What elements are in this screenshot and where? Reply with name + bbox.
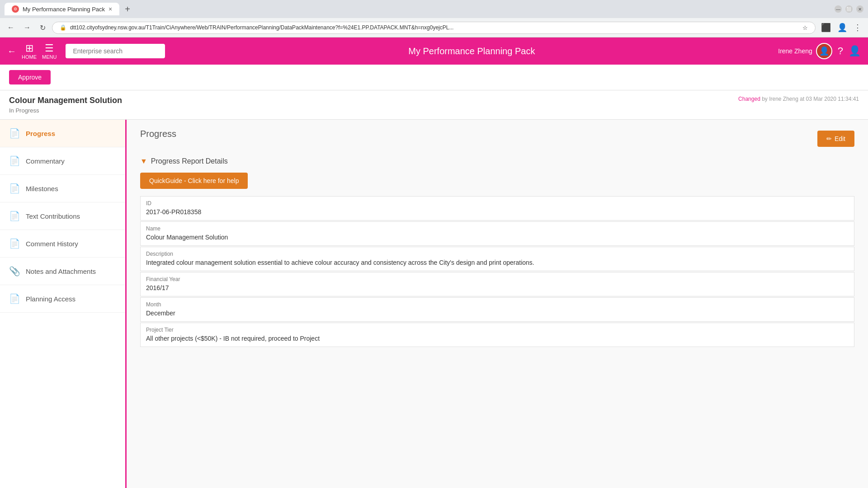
progress-icon: 📄 xyxy=(9,128,20,139)
edit-label: Edit xyxy=(835,135,845,142)
field-description: Description Integrated colour management… xyxy=(140,247,854,271)
sidebar-item-planning-access-label: Planning Access xyxy=(26,295,75,303)
forward-button[interactable]: → xyxy=(21,22,33,33)
sidebar-item-notes-attachments-label: Notes and Attachments xyxy=(26,267,96,275)
record-changed: Changed by Irene Zheng at 03 Mar 2020 11… xyxy=(738,96,859,102)
field-id: ID 2017-06-PR018358 xyxy=(140,196,854,221)
record-status: In Progress xyxy=(9,107,122,114)
sidebar-item-comment-history[interactable]: 📄 Comment History xyxy=(0,230,125,258)
field-description-value: Integrated colour management solution es… xyxy=(141,258,854,271)
home-icon: ⊞ xyxy=(25,42,33,54)
sidebar-item-planning-access[interactable]: 📄 Planning Access xyxy=(0,285,125,313)
sidebar-item-milestones-label: Milestones xyxy=(26,185,58,192)
app-title: My Performance Planning Pack xyxy=(170,46,773,56)
field-id-value: 2017-06-PR018358 xyxy=(141,207,854,220)
quickguide-button[interactable]: QuickGuide - Click here for help xyxy=(140,173,248,189)
menu-icon: ☰ xyxy=(45,42,54,54)
field-project-tier-value: All other projects (<$50K) - IB not requ… xyxy=(141,334,854,347)
field-financial-year-value: 2016/17 xyxy=(141,283,854,296)
field-description-label: Description xyxy=(141,247,854,258)
close-button[interactable]: ✕ xyxy=(856,5,863,13)
content-header: Progress ✏ Edit xyxy=(140,129,854,148)
field-id-label: ID xyxy=(141,197,854,207)
menu-button[interactable]: ⋮ xyxy=(852,21,863,34)
tab-title: My Performance Planning Pack xyxy=(23,6,105,13)
home-nav-button[interactable]: ⊞ HOME xyxy=(22,42,37,60)
main-area: 📄 Progress 📄 Commentary 📄 Milestones 📄 T… xyxy=(0,120,868,488)
field-name-value: Colour Management Solution xyxy=(141,233,854,245)
text-contributions-icon: 📄 xyxy=(9,211,20,221)
pencil-icon: ✏ xyxy=(826,135,832,142)
record-info: Colour Management Solution In Progress C… xyxy=(0,90,868,120)
url-display: dtt102.cityofsydney.nsw.gov.au/T1Train/C… xyxy=(70,24,799,31)
user-profile[interactable]: Irene Zheng 👤 xyxy=(778,43,832,59)
user-menu-button[interactable]: 👤 xyxy=(849,45,861,57)
tab-close-button[interactable]: × xyxy=(108,5,112,13)
field-project-tier: Project Tier All other projects (<$50K) … xyxy=(140,323,854,347)
subsection-title: Progress Report Details xyxy=(151,157,228,165)
field-month-label: Month xyxy=(141,298,854,309)
sidebar-item-progress-label: Progress xyxy=(26,130,55,137)
field-name-label: Name xyxy=(141,222,854,233)
field-financial-year-label: Financial Year xyxy=(141,272,854,283)
approve-button[interactable]: Approve xyxy=(9,70,51,84)
bookmark-icon[interactable]: ☆ xyxy=(802,24,808,31)
changed-label: Changed xyxy=(738,96,760,102)
minimize-button[interactable]: — xyxy=(835,5,842,13)
content-area: Progress ✏ Edit ▼ Progress Report Detail… xyxy=(127,120,868,488)
collapse-button[interactable]: ▼ xyxy=(140,157,147,165)
field-month-value: December xyxy=(141,309,854,321)
sidebar-item-comment-history-label: Comment History xyxy=(26,240,78,248)
subsection-header: ▼ Progress Report Details xyxy=(140,157,854,165)
window-controls: — ⬜ ✕ xyxy=(835,5,863,13)
comment-history-icon: 📄 xyxy=(9,238,20,249)
menu-label: MENU xyxy=(42,54,57,60)
help-button[interactable]: ? xyxy=(838,45,843,57)
field-month: Month December xyxy=(140,297,854,322)
toolbar: Approve xyxy=(0,65,868,90)
sidebar-item-notes-attachments[interactable]: 📎 Notes and Attachments xyxy=(0,258,125,285)
sidebar-item-milestones[interactable]: 📄 Milestones xyxy=(0,175,125,202)
field-financial-year: Financial Year 2016/17 xyxy=(140,272,854,296)
milestones-icon: 📄 xyxy=(9,183,20,194)
changed-details: by Irene Zheng at 03 Mar 2020 11:34:41 xyxy=(762,96,859,102)
section-title: Progress xyxy=(140,129,176,139)
back-button[interactable]: ← xyxy=(5,22,17,33)
enterprise-search-input[interactable] xyxy=(66,44,165,58)
sidebar-item-text-contributions-label: Text Contributions xyxy=(26,212,80,220)
address-bar[interactable]: 🔒 dtt102.cityofsydney.nsw.gov.au/T1Train… xyxy=(52,22,816,34)
menu-nav-button[interactable]: ☰ MENU xyxy=(42,42,57,60)
new-tab-button[interactable]: + xyxy=(125,4,130,14)
tab-favicon: ⚙ xyxy=(12,5,19,13)
field-project-tier-label: Project Tier xyxy=(141,323,854,334)
refresh-button[interactable]: ↻ xyxy=(37,22,48,34)
browser-tab[interactable]: ⚙ My Performance Planning Pack × xyxy=(5,3,119,15)
field-name: Name Colour Management Solution xyxy=(140,221,854,246)
user-avatar: 👤 xyxy=(816,43,832,59)
maximize-button[interactable]: ⬜ xyxy=(845,5,853,13)
browser-titlebar: ⚙ My Performance Planning Pack × + — ⬜ ✕ xyxy=(0,0,868,18)
profile-button[interactable]: 👤 xyxy=(835,21,849,34)
commentary-icon: 📄 xyxy=(9,155,20,166)
edit-button[interactable]: ✏ Edit xyxy=(817,131,854,147)
sidebar-item-commentary[interactable]: 📄 Commentary xyxy=(0,147,125,175)
sidebar-item-progress[interactable]: 📄 Progress xyxy=(0,120,125,147)
sidebar: 📄 Progress 📄 Commentary 📄 Milestones 📄 T… xyxy=(0,120,127,488)
extensions-button[interactable]: ⬛ xyxy=(819,21,833,34)
browser-toolbar: ← → ↻ 🔒 dtt102.cityofsydney.nsw.gov.au/T… xyxy=(0,18,868,38)
notes-attachments-icon: 📎 xyxy=(9,266,20,277)
progress-report-details: ▼ Progress Report Details QuickGuide - C… xyxy=(140,157,854,347)
record-title: Colour Management Solution xyxy=(9,96,122,105)
browser-actions: ⬛ 👤 ⋮ xyxy=(819,21,863,34)
ssl-icon: 🔒 xyxy=(60,24,66,31)
back-nav-button[interactable]: ← xyxy=(7,46,16,56)
home-label: HOME xyxy=(22,54,37,60)
app-header: ← ⊞ HOME ☰ MENU My Performance Planning … xyxy=(0,38,868,65)
sidebar-item-commentary-label: Commentary xyxy=(26,157,65,165)
sidebar-item-text-contributions[interactable]: 📄 Text Contributions xyxy=(0,202,125,230)
user-name: Irene Zheng xyxy=(778,47,812,55)
planning-access-icon: 📄 xyxy=(9,293,20,304)
